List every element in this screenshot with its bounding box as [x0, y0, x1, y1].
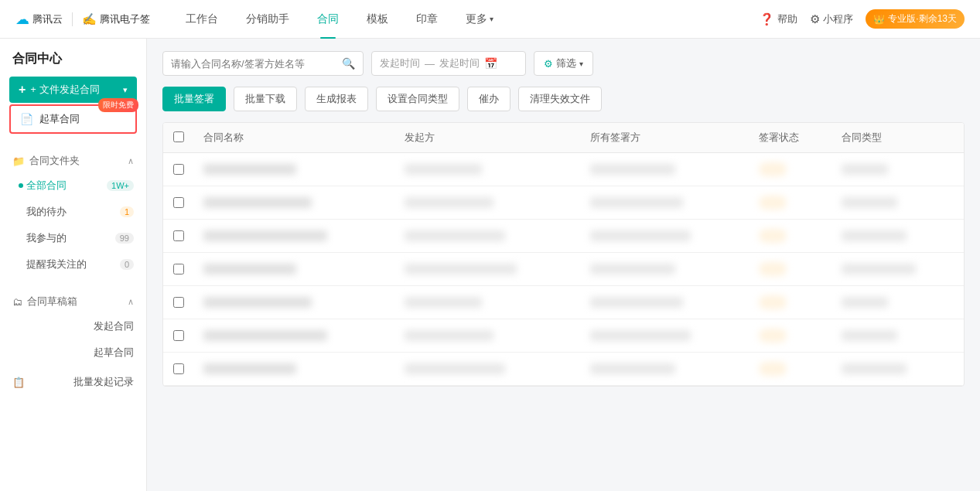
cloud-icon: ☁ — [15, 11, 29, 28]
row-contract-name — [194, 353, 395, 386]
date-end-placeholder: 发起时间 — [439, 56, 480, 70]
folder-section: 📁 合同文件夹 ∧ 全部合同 1W+ 我的待办 1 我参与的 99 — [0, 140, 146, 281]
sidebar-item-all-contracts[interactable]: 全部合同 1W+ — [0, 172, 146, 199]
draft-section-label: 合同草稿箱 — [27, 295, 128, 309]
header-type: 合同类型 — [832, 123, 964, 153]
sidebar-item-batch-record[interactable]: 📋 批量发起记录 — [0, 369, 146, 395]
crown-icon: 👑 — [873, 14, 885, 25]
sidebar-title: 合同中心 — [0, 51, 146, 77]
row-signers — [581, 353, 750, 386]
urge-button[interactable]: 催办 — [467, 87, 510, 111]
batch-icon: 📋 — [12, 377, 25, 388]
row-contract-name — [194, 286, 395, 319]
folder-section-label: 合同文件夹 — [29, 154, 128, 168]
row-select-checkbox[interactable] — [173, 363, 184, 374]
table-row[interactable] — [163, 319, 964, 353]
table-row[interactable] — [163, 186, 964, 220]
row-initiator — [395, 286, 580, 319]
nav-workbench[interactable]: 工作台 — [173, 0, 230, 39]
header-signers: 所有签署方 — [581, 123, 750, 153]
tencent-cloud-logo[interactable]: ☁ 腾讯云 — [15, 11, 63, 28]
pro-badge[interactable]: 👑 专业版·剩余13天 — [866, 9, 965, 29]
draft-section-header[interactable]: 🗂 合同草稿箱 ∧ — [0, 290, 146, 313]
sidebar-item-draft[interactable]: 起草合同 — [0, 339, 146, 366]
pro-label: 专业版·剩余13天 — [888, 12, 957, 26]
select-all-checkbox[interactable] — [173, 131, 184, 142]
esign-logo-label: 腾讯电子签 — [100, 12, 150, 26]
search-icon[interactable]: 🔍 — [342, 57, 355, 70]
file-start-label: + 文件发起合同 — [30, 83, 99, 97]
row-select-checkbox[interactable] — [173, 230, 184, 241]
date-range-picker[interactable]: 发起时间 — 发起时间 📅 — [371, 51, 526, 76]
row-select-checkbox[interactable] — [173, 297, 184, 308]
row-type — [832, 153, 964, 186]
participated-label: 我参与的 — [26, 231, 115, 245]
row-initiator — [395, 220, 580, 253]
table-row[interactable] — [163, 253, 964, 286]
sidebar-item-remind[interactable]: 提醒我关注的 0 — [0, 251, 146, 278]
miniprogram-icon: ⚙ — [810, 12, 820, 26]
clear-invalid-button[interactable]: 清理失效文件 — [518, 87, 602, 111]
row-checkbox — [163, 153, 194, 186]
my-pending-label: 我的待办 — [26, 205, 120, 219]
set-contract-type-button[interactable]: 设置合同类型 — [376, 87, 459, 111]
row-checkbox — [163, 220, 194, 253]
set-type-label: 设置合同类型 — [388, 92, 448, 106]
table-body — [163, 153, 964, 386]
sidebar-item-my-pending[interactable]: 我的待办 1 — [0, 199, 146, 225]
sidebar-item-participated[interactable]: 我参与的 99 — [0, 225, 146, 251]
table-row[interactable] — [163, 353, 964, 386]
nav-distribution[interactable]: 分销助手 — [234, 0, 302, 39]
row-type — [832, 319, 964, 353]
row-status — [750, 319, 833, 353]
filter-button[interactable]: ⚙ 筛选 ▾ — [534, 51, 593, 76]
draft-contract-item[interactable]: 📄 起草合同 限时免费 — [9, 104, 137, 134]
table-row[interactable] — [163, 153, 964, 186]
table-row[interactable] — [163, 220, 964, 253]
sidebar-item-initiate[interactable]: 发起合同 — [0, 313, 146, 339]
help-label: 帮助 — [777, 12, 797, 26]
nav-contract[interactable]: 合同 — [305, 0, 351, 39]
batch-download-button[interactable]: 批量下载 — [234, 87, 297, 111]
draft-icon: 📄 — [20, 113, 33, 125]
help-icon: ❓ — [760, 12, 774, 26]
row-signers — [581, 253, 750, 286]
row-checkbox — [163, 319, 194, 353]
nav-seal[interactable]: 印章 — [404, 0, 450, 39]
inactive-dot — [19, 210, 23, 214]
row-select-checkbox[interactable] — [173, 164, 184, 175]
free-badge: 限时免费 — [98, 98, 138, 112]
table-row[interactable] — [163, 286, 964, 319]
row-initiator — [395, 153, 580, 186]
row-select-checkbox[interactable] — [173, 197, 184, 208]
active-dot — [19, 183, 23, 188]
nav-right: ❓ 帮助 ⚙ 小程序 👑 专业版·剩余13天 — [760, 9, 965, 29]
header-status: 签署状态 — [750, 123, 833, 153]
main-layout: 合同中心 + + 文件发起合同 ▾ 📄 起草合同 限时免费 📁 合同文件夹 ∧ — [0, 39, 980, 491]
filter-icon: ⚙ — [544, 58, 553, 70]
participated-badge: 99 — [115, 233, 134, 244]
nav-more[interactable]: 更多 ▾ — [453, 0, 506, 39]
esign-logo[interactable]: ✍ 腾讯电子签 — [72, 12, 150, 26]
batch-sign-button[interactable]: 批量签署 — [162, 87, 226, 111]
inactive-dot-3 — [19, 262, 23, 267]
initiate-label: 发起合同 — [94, 319, 134, 333]
row-status — [750, 253, 833, 286]
help-button[interactable]: ❓ 帮助 — [760, 12, 797, 26]
date-separator: — — [425, 58, 435, 70]
row-signers — [581, 186, 750, 220]
row-select-checkbox[interactable] — [173, 330, 184, 341]
search-box[interactable]: 🔍 — [162, 51, 364, 76]
action-bar: 批量签署 批量下载 生成报表 设置合同类型 催办 清理失效文件 — [162, 87, 965, 111]
generate-report-button[interactable]: 生成报表 — [305, 87, 368, 111]
nav-template[interactable]: 模板 — [354, 0, 401, 39]
row-type — [832, 353, 964, 386]
search-input[interactable] — [171, 58, 342, 70]
folder-section-header[interactable]: 📁 合同文件夹 ∧ — [0, 149, 146, 172]
miniprogram-button[interactable]: ⚙ 小程序 — [810, 12, 853, 26]
collapse-icon-2: ∧ — [128, 297, 134, 307]
row-type — [832, 253, 964, 286]
row-select-checkbox[interactable] — [173, 264, 184, 274]
row-checkbox — [163, 353, 194, 386]
row-status — [750, 286, 833, 319]
